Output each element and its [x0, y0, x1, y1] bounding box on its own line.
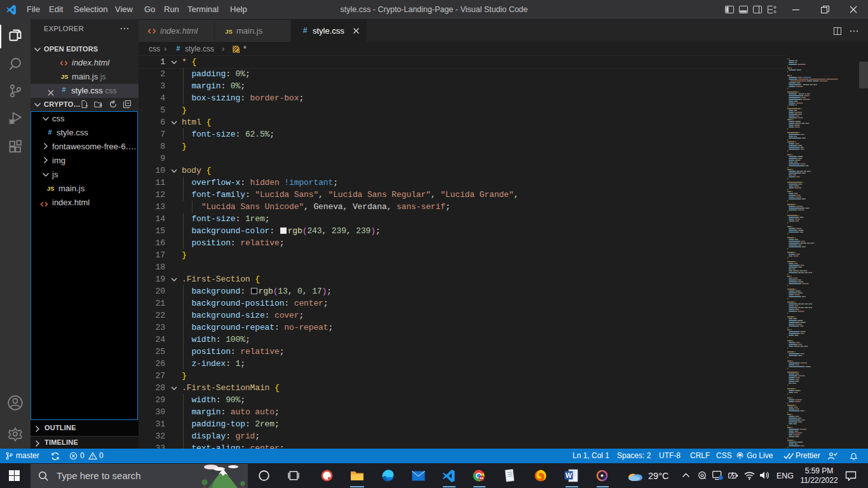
- svg-text:SA: SA: [480, 477, 484, 480]
- svg-text:W: W: [566, 471, 572, 479]
